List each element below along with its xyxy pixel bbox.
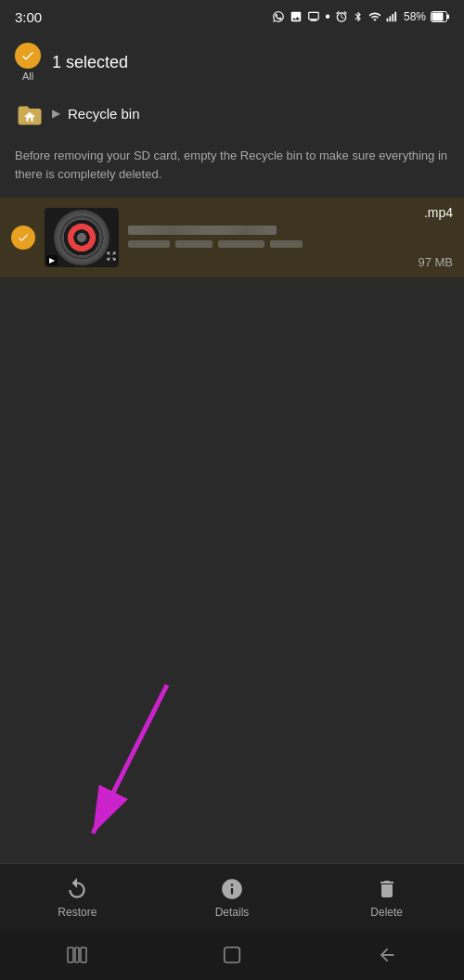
delete-icon [374, 876, 400, 902]
table-row[interactable]: ▶ .mp4 97 MB [0, 198, 464, 277]
nav-recent-apps[interactable] [54, 932, 100, 978]
file-size: 97 MB [418, 255, 453, 269]
check-all-circle [15, 43, 41, 69]
svg-rect-11 [81, 948, 86, 962]
details-icon [219, 876, 245, 902]
delete-label: Delete [370, 906, 403, 919]
notice-section: Before removing your SD card, empty the … [0, 135, 464, 198]
play-badge: ▶ [46, 255, 58, 265]
vinyl-record [54, 210, 110, 265]
nav-bar [0, 930, 464, 980]
dot-indicator: • [325, 8, 330, 25]
selected-count: 1 selected [52, 53, 128, 72]
all-label: All [22, 71, 33, 82]
status-icons: • 58% [272, 8, 449, 25]
file-name-row: .mp4 [128, 205, 453, 220]
vinyl-center [77, 233, 86, 242]
home-icon [222, 945, 242, 965]
blurred-title [128, 226, 277, 235]
svg-rect-6 [432, 13, 444, 21]
checkmark-icon [20, 48, 35, 63]
battery-text: 58% [404, 10, 426, 23]
details-label: Details [215, 906, 250, 919]
nav-home[interactable] [209, 932, 255, 978]
wifi-icon [368, 10, 381, 23]
details-button[interactable]: Details [155, 876, 310, 919]
folder-svg [16, 100, 44, 126]
blurred-meta [128, 240, 453, 248]
restore-button[interactable]: Restore [0, 876, 155, 919]
svg-line-8 [93, 685, 167, 833]
svg-rect-12 [225, 948, 240, 963]
file-name: .mp4 [424, 205, 453, 220]
nav-back[interactable] [364, 932, 410, 978]
monitor-icon [307, 10, 320, 23]
select-all-button[interactable]: All [15, 43, 41, 82]
purple-arrow-svg [46, 676, 232, 861]
bottom-toolbar: Restore Details Delete [0, 863, 464, 930]
back-icon [377, 945, 397, 965]
restore-icon [64, 876, 90, 902]
file-size-container: 97 MB [128, 253, 453, 270]
restore-label: Restore [58, 906, 97, 919]
svg-rect-5 [447, 15, 449, 19]
recent-apps-icon [67, 947, 87, 963]
notice-text: Before removing your SD card, empty the … [15, 148, 447, 181]
breadcrumb[interactable]: ▶ Recycle bin [0, 91, 464, 135]
svg-rect-2 [392, 14, 393, 21]
folder-icon [15, 98, 45, 128]
file-checkbox[interactable] [11, 226, 35, 250]
whatsapp-icon [272, 10, 285, 23]
header: All 1 selected [0, 33, 464, 91]
svg-rect-3 [394, 12, 396, 22]
blurred-seg-2 [175, 240, 213, 248]
blurred-seg-4 [270, 240, 303, 248]
blurred-seg-1 [128, 240, 170, 248]
svg-rect-0 [387, 19, 389, 22]
file-thumbnail: ▶ [45, 208, 119, 267]
file-checkmark-icon [17, 231, 30, 244]
breadcrumb-arrow: ▶ [52, 107, 60, 120]
breadcrumb-name: Recycle bin [68, 106, 140, 122]
status-time: 3:00 [15, 9, 42, 25]
svg-rect-1 [389, 16, 391, 21]
image-icon [290, 10, 303, 23]
battery-icon [431, 11, 449, 22]
svg-rect-10 [75, 948, 79, 962]
arrow-annotation [46, 676, 232, 861]
alarm-icon [335, 10, 348, 23]
signal-icon [386, 10, 399, 23]
expand-icon [106, 249, 117, 265]
status-bar: 3:00 • 58% [0, 0, 464, 33]
bluetooth-icon [353, 10, 364, 23]
delete-button[interactable]: Delete [309, 876, 464, 919]
file-list: ▶ .mp4 97 MB [0, 198, 464, 277]
blurred-seg-3 [218, 240, 264, 248]
file-info: .mp4 97 MB [128, 205, 453, 270]
play-icon: ▶ [49, 256, 55, 264]
svg-rect-9 [68, 948, 73, 962]
